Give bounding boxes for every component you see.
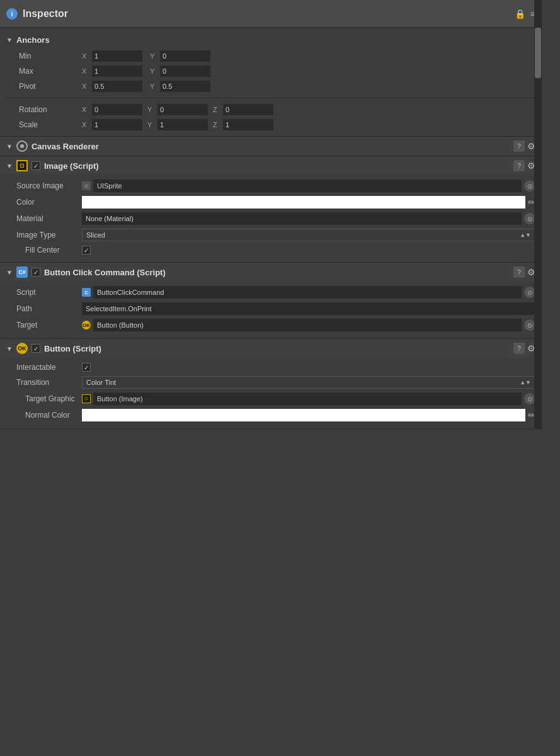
target-graphic-field: ⊡ Button (Image) ⊙	[82, 392, 535, 405]
scale-x-input[interactable]	[92, 119, 142, 130]
image-script-checkbox-container[interactable]	[31, 161, 40, 170]
rotation-y-input[interactable]	[157, 104, 208, 115]
scale-z-input[interactable]	[223, 119, 273, 130]
pivot-x-input[interactable]	[92, 81, 142, 92]
transition-dropdown[interactable]: Color Tint ▲▼	[82, 376, 535, 389]
color-swatch[interactable]	[82, 196, 525, 209]
button-click-checkbox[interactable]	[31, 268, 40, 277]
normal-color-swatch[interactable]	[82, 409, 525, 421]
target-graphic-row: Target Graphic ⊡ Button (Image) ⊙	[6, 391, 535, 407]
scale-z-label: Z	[213, 121, 220, 129]
fill-center-label: Fill Center	[6, 246, 82, 255]
anchors-min-xyz: X Y	[82, 50, 535, 62]
interactable-label: Interactable	[6, 363, 82, 372]
inspector-panel: i Inspector 🔒 ≡ ▼ Anchors Min X Y Max	[0, 0, 542, 429]
anchors-max-x-input[interactable]	[92, 66, 142, 77]
button-click-command-section: ▼ C# Button Click Command (Script) ? ⚙ S…	[0, 263, 542, 339]
min-y-label: Y	[150, 52, 157, 60]
anchors-min-y-input[interactable]	[160, 50, 210, 62]
button-script-checkbox-container[interactable]	[31, 344, 40, 353]
image-type-row: Image Type Sliced ▲▼	[6, 227, 535, 243]
button-script-checkbox[interactable]	[31, 344, 40, 353]
button-script-header[interactable]: ▼ OK Button (Script) ? ⚙	[0, 339, 542, 358]
anchors-arrow: ▼	[6, 37, 13, 43]
pivot-y-label: Y	[150, 83, 157, 90]
anchors-section: ▼ Anchors Min X Y Max X Y Pivot	[0, 28, 542, 137]
color-row: Color ✏	[6, 194, 535, 210]
path-value: SelectedItem.OnPrint	[82, 302, 535, 315]
canvas-renderer-arrow: ▼	[6, 143, 13, 150]
button-click-body: Script C ButtonClickCommand ⊙ Path Selec…	[0, 282, 542, 338]
inspector-title: Inspector	[23, 8, 515, 20]
image-script-checkbox[interactable]	[31, 161, 40, 170]
anchors-min-x-input[interactable]	[92, 50, 142, 62]
scale-y-label: Y	[147, 121, 155, 129]
anchors-max-label: Max	[6, 67, 82, 76]
material-value: None (Material)	[82, 212, 522, 225]
source-image-field: ⊙ UISprite ⊙	[82, 180, 535, 192]
rotation-z-input[interactable]	[223, 104, 273, 115]
button-click-help[interactable]: ?	[513, 266, 525, 278]
rotation-xyz: X Y Z	[82, 104, 535, 115]
pivot-row: Pivot X Y	[6, 79, 535, 94]
pivot-x-label: X	[82, 83, 89, 90]
anchors-min-label: Min	[6, 52, 82, 60]
anchors-min-row: Min X Y	[6, 49, 535, 64]
info-icon: i	[6, 8, 18, 20]
scale-row: Scale X Y Z	[6, 117, 535, 132]
pivot-y-input[interactable]	[160, 81, 210, 92]
fill-center-checkbox[interactable]	[82, 246, 91, 255]
canvas-renderer-help[interactable]: ?	[513, 140, 525, 152]
script-label: Script	[6, 288, 82, 297]
fill-center-row: Fill Center	[6, 243, 535, 257]
source-image-label: Source Image	[6, 181, 82, 190]
button-script-body: Interactable Transition Color Tint ▲▼ Ta…	[0, 358, 542, 428]
image-type-dropdown[interactable]: Sliced ▲▼	[82, 229, 535, 241]
target-graphic-icon: ⊡	[82, 394, 91, 403]
material-row: Material None (Material) ⊙	[6, 210, 535, 227]
image-script-help[interactable]: ?	[513, 160, 525, 171]
script-icon: C	[82, 288, 91, 297]
pivot-label: Pivot	[6, 82, 82, 91]
script-value: ButtonClickCommand	[93, 286, 522, 299]
target-graphic-value: Button (Image)	[93, 392, 522, 405]
interactable-checkbox[interactable]	[82, 363, 91, 372]
canvas-renderer-header[interactable]: ▼ Canvas Renderer ? ⚙	[0, 137, 542, 156]
scale-y-input[interactable]	[157, 119, 208, 130]
lock-icon[interactable]: 🔒	[515, 9, 525, 19]
normal-color-row: Normal Color ✏	[6, 407, 535, 423]
target-label: Target	[6, 321, 82, 329]
rotation-row: Rotation X Y Z	[6, 102, 535, 117]
interactable-row: Interactable	[6, 360, 535, 374]
canvas-renderer-section: ▼ Canvas Renderer ? ⚙	[0, 137, 542, 156]
transition-row: Transition Color Tint ▲▼	[6, 374, 535, 391]
image-script-body: Source Image ⊙ UISprite ⊙ Color ✏ Materi…	[0, 175, 542, 262]
image-type-value: Sliced	[86, 231, 105, 239]
rotation-z-label: Z	[213, 106, 220, 113]
anchors-max-xyz: X Y	[82, 66, 535, 77]
anchors-max-row: Max X Y	[6, 64, 535, 79]
button-script-section: ▼ OK Button (Script) ? ⚙ Interactable Tr…	[0, 339, 542, 429]
target-row: Target OK Button (Button) ⊙	[6, 317, 535, 333]
max-y-label: Y	[150, 67, 157, 75]
scrollbar[interactable]	[534, 0, 542, 429]
rotation-y-label: Y	[147, 106, 155, 113]
target-value: Button (Button)	[93, 319, 522, 331]
button-click-arrow: ▼	[6, 269, 13, 276]
anchors-section-header[interactable]: ▼ Anchors	[6, 32, 535, 49]
transition-arrow: ▲▼	[520, 379, 531, 386]
button-click-command-header[interactable]: ▼ C# Button Click Command (Script) ? ⚙	[0, 263, 542, 282]
button-click-checkbox-container[interactable]	[31, 268, 40, 277]
anchors-max-y-input[interactable]	[160, 66, 210, 77]
target-ok-icon: OK	[82, 321, 91, 329]
button-click-icon: C#	[16, 266, 28, 278]
image-script-header[interactable]: ▼ ⊡ Image (Script) ? ⚙	[0, 156, 542, 175]
image-script-arrow: ▼	[6, 163, 13, 169]
rotation-x-input[interactable]	[92, 104, 142, 115]
normal-color-label: Normal Color	[6, 411, 82, 420]
script-row: Script C ButtonClickCommand ⊙	[6, 284, 535, 301]
button-script-help[interactable]: ?	[513, 343, 525, 354]
button-script-title: Button (Script)	[44, 344, 513, 353]
transition-value: Color Tint	[86, 379, 116, 386]
transition-label: Transition	[6, 378, 82, 387]
